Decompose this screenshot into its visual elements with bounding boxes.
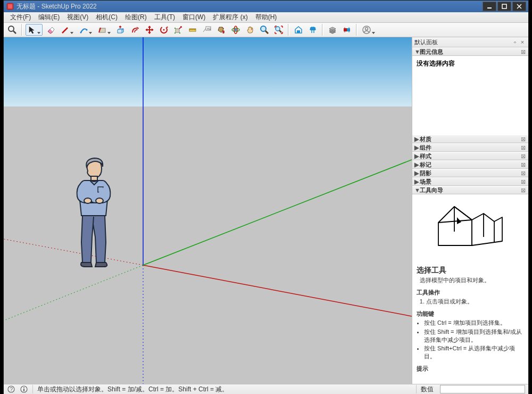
close-icon[interactable]: ⊠ bbox=[520, 178, 526, 185]
svg-rect-29 bbox=[4, 37, 412, 106]
eraser-tool-icon[interactable] bbox=[44, 24, 57, 36]
separator bbox=[32, 385, 33, 393]
svg-rect-30 bbox=[4, 106, 412, 384]
app-icon bbox=[6, 2, 14, 11]
offset-tool-icon[interactable] bbox=[129, 24, 142, 36]
tray-title-bar[interactable]: 默认面板 ▫ × bbox=[412, 37, 528, 47]
menu-file[interactable]: 文件(F) bbox=[7, 12, 34, 23]
scale-tool-icon[interactable] bbox=[172, 24, 185, 36]
arc-tool-icon[interactable] bbox=[77, 24, 94, 36]
pushpull-tool-icon[interactable] bbox=[114, 24, 127, 36]
chevron-right-icon: ▶ bbox=[414, 136, 420, 143]
svg-rect-37 bbox=[91, 176, 97, 180]
section-entity-info[interactable]: ▼ 图元信息 ⊠ bbox=[412, 47, 528, 56]
separator bbox=[356, 24, 358, 36]
close-icon[interactable]: ⊠ bbox=[520, 48, 526, 55]
separator bbox=[322, 24, 323, 36]
svg-point-22 bbox=[261, 26, 266, 31]
menu-help[interactable]: 帮助(H) bbox=[252, 12, 280, 23]
extension-icon[interactable] bbox=[306, 24, 319, 36]
info-icon[interactable] bbox=[20, 385, 28, 393]
close-icon[interactable]: ⊠ bbox=[520, 136, 526, 143]
svg-point-4 bbox=[9, 26, 14, 31]
svg-line-41 bbox=[93, 217, 94, 224]
instructor-tips-title: 提示 bbox=[417, 365, 524, 373]
menu-tools[interactable]: 工具(T) bbox=[151, 12, 178, 23]
svg-point-21 bbox=[235, 29, 237, 31]
svg-rect-15 bbox=[189, 29, 196, 31]
chevron-down-icon: ▼ bbox=[414, 187, 420, 193]
warehouse-icon[interactable] bbox=[292, 24, 305, 36]
svg-rect-13 bbox=[174, 32, 176, 34]
svg-point-9 bbox=[163, 29, 165, 31]
vcb-label: 数值 bbox=[421, 385, 436, 394]
svg-point-39 bbox=[84, 198, 92, 203]
svg-rect-10 bbox=[176, 29, 179, 32]
menu-view[interactable]: 视图(V) bbox=[64, 12, 92, 23]
layers-icon[interactable] bbox=[326, 24, 339, 36]
zoom-tool-icon[interactable] bbox=[258, 24, 271, 36]
separator bbox=[21, 24, 23, 36]
section-tags[interactable]: ▶标记⊠ bbox=[412, 160, 528, 169]
section-materials[interactable]: ▶材质⊠ bbox=[412, 135, 528, 143]
svg-point-5 bbox=[80, 32, 82, 34]
search-tool-icon[interactable] bbox=[6, 24, 19, 36]
close-icon[interactable]: ⊠ bbox=[520, 187, 526, 194]
title-bar: 无标题 - SketchUp Pro 2022 bbox=[4, 1, 528, 12]
close-icon[interactable]: ⊠ bbox=[520, 153, 526, 160]
chevron-right-icon: ▶ bbox=[414, 170, 420, 177]
status-message: 单击或拖动以选择对象。Shift = 加/减。Ctrl = 加。Shift + … bbox=[37, 385, 412, 394]
svg-rect-2 bbox=[487, 7, 492, 9]
text-tool-icon[interactable]: A1 bbox=[201, 24, 213, 36]
viewport-3d[interactable] bbox=[4, 37, 412, 384]
tape-tool-icon[interactable] bbox=[186, 24, 199, 36]
line-tool-icon[interactable] bbox=[59, 24, 76, 36]
pan-tool-icon[interactable] bbox=[244, 24, 256, 36]
svg-rect-25 bbox=[344, 28, 347, 31]
close-icon[interactable]: ⊠ bbox=[520, 144, 526, 151]
section-instructor[interactable]: ▼工具向导⊠ bbox=[412, 186, 528, 194]
section-shadows[interactable]: ▶阴影⊠ bbox=[412, 169, 528, 177]
chevron-right-icon: ▶ bbox=[414, 178, 420, 185]
right-tray: 默认面板 ▫ × ▼ 图元信息 ⊠ 没有选择内容 ▶材质⊠ ▶组件⊠ ▶样式⊠ … bbox=[412, 37, 528, 384]
pin-icon[interactable]: ▫ bbox=[511, 39, 519, 45]
status-bar: ? 单击或拖动以选择对象。Shift = 加/减。Ctrl = 加。Shift … bbox=[4, 384, 528, 394]
menu-draw[interactable]: 绘图(R) bbox=[122, 12, 150, 23]
section-styles[interactable]: ▶样式⊠ bbox=[412, 152, 528, 160]
instructor-key-shiftctrl: 按住 Shift+Ctrl = 从选择集中减少项目。 bbox=[424, 344, 524, 360]
svg-text:A1: A1 bbox=[207, 27, 211, 30]
close-icon[interactable]: ⊠ bbox=[520, 161, 526, 168]
orbit-tool-icon[interactable] bbox=[229, 24, 242, 36]
menu-window[interactable]: 窗口(W) bbox=[179, 12, 209, 23]
close-tray-icon[interactable]: × bbox=[519, 39, 526, 45]
maximize-button[interactable] bbox=[497, 2, 511, 11]
instructor-key-ctrl: 按住 Ctrl = 增加项目到选择集。 bbox=[424, 319, 524, 327]
select-tool-icon[interactable] bbox=[26, 24, 43, 36]
zoom-extents-tool-icon[interactable] bbox=[272, 24, 285, 36]
svg-rect-1 bbox=[8, 4, 12, 9]
section-components[interactable]: ▶组件⊠ bbox=[412, 143, 528, 152]
svg-point-23 bbox=[276, 27, 280, 31]
instructor-keys-title: 功能键 bbox=[417, 310, 524, 318]
chevron-down-icon: ▼ bbox=[414, 48, 420, 55]
window-title: 无标题 - SketchUp Pro 2022 bbox=[16, 2, 481, 11]
chevron-right-icon: ▶ bbox=[414, 161, 420, 168]
section-scenes[interactable]: ▶场景⊠ bbox=[412, 177, 528, 186]
help-icon[interactable]: ? bbox=[7, 385, 15, 393]
extension-manager-icon[interactable] bbox=[340, 24, 353, 36]
move-tool-icon[interactable] bbox=[143, 24, 156, 36]
entity-info-body: 没有选择内容 bbox=[412, 56, 528, 135]
menu-camera[interactable]: 相机(C) bbox=[93, 12, 121, 23]
measurement-input[interactable] bbox=[440, 385, 525, 393]
rotate-tool-icon[interactable] bbox=[157, 24, 170, 36]
menu-edit[interactable]: 编辑(E) bbox=[35, 12, 63, 23]
close-icon[interactable]: ⊠ bbox=[520, 170, 526, 177]
chevron-right-icon: ▶ bbox=[414, 153, 420, 160]
menu-extensions[interactable]: 扩展程序 (x) bbox=[210, 12, 251, 23]
user-icon[interactable] bbox=[360, 24, 377, 36]
minimize-button[interactable] bbox=[483, 2, 496, 11]
paint-tool-icon[interactable] bbox=[215, 24, 228, 36]
toolbar: A1 bbox=[4, 23, 528, 37]
shape-tool-icon[interactable] bbox=[96, 24, 113, 36]
close-button[interactable] bbox=[512, 2, 526, 11]
